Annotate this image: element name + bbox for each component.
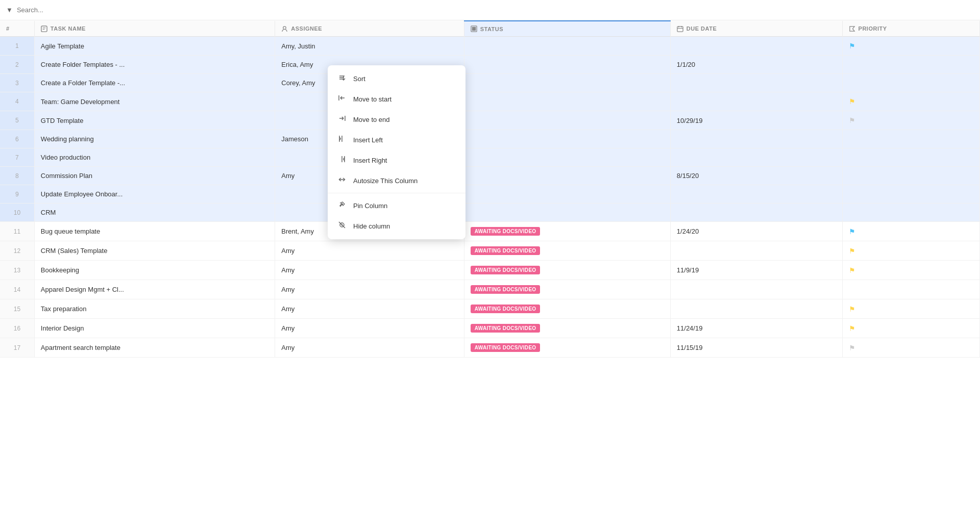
- insert-right-icon: [337, 155, 347, 165]
- table-row[interactable]: 10CRM: [0, 204, 980, 222]
- cell-due: [670, 130, 842, 148]
- cell-due: [670, 74, 842, 92]
- menu-item-insert-left[interactable]: Insert Left: [328, 130, 465, 150]
- table-row[interactable]: 8Commission PlanAmy8/15/20: [0, 167, 980, 185]
- menu-label-insert-right: Insert Right: [353, 157, 387, 164]
- col-header-priority[interactable]: PRIORITY: [842, 21, 979, 37]
- cell-task[interactable]: CRM: [34, 204, 275, 222]
- cell-task[interactable]: Apparel Design Mgmt + Cl...: [34, 280, 275, 299]
- menu-label-autosize: Autosize This Column: [353, 177, 418, 185]
- menu-item-sort[interactable]: Sort: [328, 68, 465, 89]
- flag-yellow-icon: ⚑: [849, 266, 855, 274]
- table-row[interactable]: 16Interior DesignAmyAWAITING DOCS/VIDEO1…: [0, 319, 980, 338]
- cell-num: 3: [0, 74, 34, 92]
- cell-task[interactable]: Commission Plan: [34, 167, 275, 185]
- top-bar: ▼: [0, 0, 980, 20]
- cell-task[interactable]: Tax preparation: [34, 299, 275, 319]
- cell-task[interactable]: Wedding planning: [34, 130, 275, 148]
- cell-due: 11/15/19: [670, 338, 842, 358]
- cell-num: 2: [0, 56, 34, 74]
- col-header-status[interactable]: STATUS: [464, 21, 670, 37]
- filter-icon[interactable]: ▼: [6, 6, 13, 14]
- cell-task[interactable]: Apartment search template: [34, 338, 275, 358]
- col-status-label: STATUS: [480, 26, 503, 32]
- menu-label-insert-left: Insert Left: [353, 136, 383, 144]
- cell-num: 15: [0, 299, 34, 319]
- col-header-assignee[interactable]: ASSIGNEE: [275, 21, 464, 37]
- cell-status: AWAITING DOCS/VIDEO: [464, 241, 670, 261]
- cell-task[interactable]: Team: Game Development: [34, 92, 275, 111]
- cell-task[interactable]: GTD Template: [34, 111, 275, 130]
- cell-num: 9: [0, 185, 34, 204]
- cell-priority: [842, 74, 979, 92]
- menu-item-move-end[interactable]: Move to end: [328, 109, 465, 130]
- assignee-icon: [281, 26, 288, 32]
- cell-num: 17: [0, 338, 34, 358]
- search-input[interactable]: [17, 6, 119, 14]
- cell-task[interactable]: Bookkeeping: [34, 261, 275, 280]
- col-header-task[interactable]: TASK NAME: [34, 21, 275, 37]
- menu-divider: [328, 193, 465, 193]
- svg-rect-5: [472, 27, 476, 31]
- table-row[interactable]: 6Wedding planningJameson: [0, 130, 980, 148]
- col-num-label: #: [6, 26, 10, 32]
- cell-task[interactable]: Video production: [34, 148, 275, 167]
- table-row[interactable]: 12CRM (Sales) TemplateAmyAWAITING DOCS/V…: [0, 241, 980, 261]
- cell-task[interactable]: Create a Folder Template -...: [34, 74, 275, 92]
- autosize-icon: [337, 175, 347, 186]
- cell-priority: ⚑: [842, 241, 979, 261]
- table-row[interactable]: 5GTD Template10/29/19⚑: [0, 111, 980, 130]
- context-menu: SortMove to startMove to endInsert LeftI…: [328, 65, 465, 239]
- status-badge: AWAITING DOCS/VIDEO: [471, 343, 541, 352]
- cell-num: 16: [0, 319, 34, 338]
- cell-status: AWAITING DOCS/VIDEO: [464, 319, 670, 338]
- flag-blue-icon: ⚑: [849, 42, 855, 50]
- table-row[interactable]: 15Tax preparationAmyAWAITING DOCS/VIDEO⚑: [0, 299, 980, 319]
- table-row[interactable]: 3Create a Folder Template -...Corey, Amy: [0, 74, 980, 92]
- cell-status: [464, 130, 670, 148]
- col-assignee-label: ASSIGNEE: [291, 26, 322, 32]
- menu-item-hide-column[interactable]: Hide column: [328, 216, 465, 236]
- menu-item-insert-right[interactable]: Insert Right: [328, 150, 465, 170]
- flag-yellow-icon: ⚑: [849, 97, 855, 106]
- menu-item-pin-column[interactable]: Pin Column: [328, 195, 465, 216]
- cell-priority: ⚑: [842, 37, 979, 56]
- status-badge: AWAITING DOCS/VIDEO: [471, 305, 541, 313]
- cell-due: [670, 185, 842, 204]
- table-container: # TASK NAME: [0, 20, 980, 507]
- cell-num: 11: [0, 222, 34, 241]
- cell-due: 10/29/19: [670, 111, 842, 130]
- table-row[interactable]: 9Update Employee Onboar...: [0, 185, 980, 204]
- cell-task[interactable]: CRM (Sales) Template: [34, 241, 275, 261]
- table-row[interactable]: 1Agile TemplateAmy, Justin⚑: [0, 37, 980, 56]
- table-row[interactable]: 4Team: Game Development⚑: [0, 92, 980, 111]
- cell-due: [670, 241, 842, 261]
- table-row[interactable]: 17Apartment search templateAmyAWAITING D…: [0, 338, 980, 358]
- cell-task[interactable]: Create Folder Templates - ...: [34, 56, 275, 74]
- cell-due: [670, 37, 842, 56]
- cell-status: [464, 148, 670, 167]
- cell-priority: [842, 185, 979, 204]
- col-header-due[interactable]: DUE DATE: [670, 21, 842, 37]
- cell-status: AWAITING DOCS/VIDEO: [464, 222, 670, 241]
- cell-num: 13: [0, 261, 34, 280]
- table-row[interactable]: 2Create Folder Templates - ...Erica, Amy…: [0, 56, 980, 74]
- table-row[interactable]: 11Bug queue templateBrent, AmyAWAITING D…: [0, 222, 980, 241]
- cell-task[interactable]: Bug queue template: [34, 222, 275, 241]
- col-header-num[interactable]: #: [0, 21, 34, 37]
- menu-item-move-start[interactable]: Move to start: [328, 89, 465, 109]
- col-due-label: DUE DATE: [687, 26, 717, 32]
- cell-task[interactable]: Interior Design: [34, 319, 275, 338]
- cell-status: AWAITING DOCS/VIDEO: [464, 261, 670, 280]
- table-row[interactable]: 7Video production: [0, 148, 980, 167]
- cell-task[interactable]: Update Employee Onboar...: [34, 185, 275, 204]
- due-icon: [677, 26, 683, 32]
- flag-gray-icon: ⚑: [849, 344, 855, 352]
- cell-priority: [842, 167, 979, 185]
- menu-item-autosize[interactable]: Autosize This Column: [328, 170, 465, 191]
- status-badge: AWAITING DOCS/VIDEO: [471, 324, 541, 333]
- cell-task[interactable]: Agile Template: [34, 37, 275, 56]
- table-row[interactable]: 13BookkeepingAmyAWAITING DOCS/VIDEO11/9/…: [0, 261, 980, 280]
- svg-rect-0: [41, 26, 47, 31]
- table-row[interactable]: 14Apparel Design Mgmt + Cl...AmyAWAITING…: [0, 280, 980, 299]
